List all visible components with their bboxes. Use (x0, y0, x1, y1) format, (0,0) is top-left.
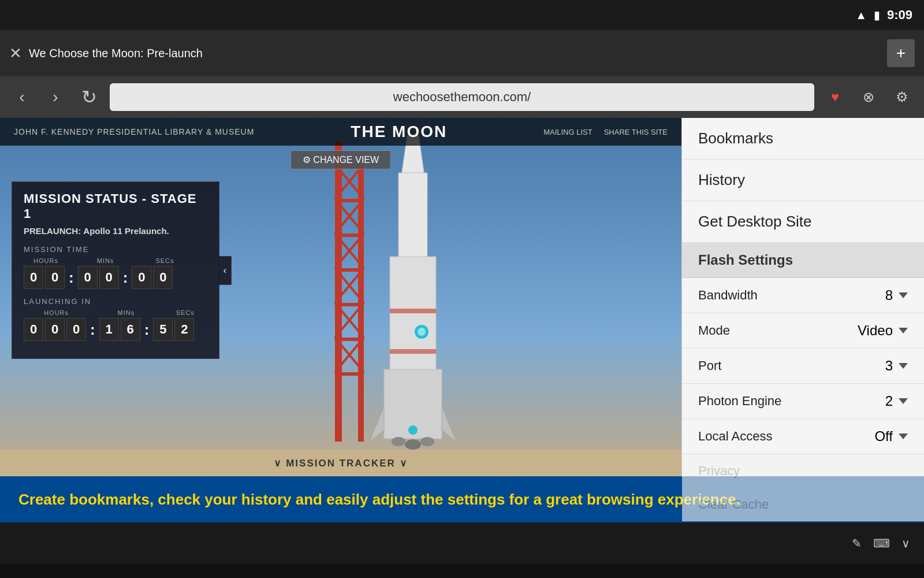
flash-settings-header: Flash Settings (682, 243, 924, 278)
site-nav-share[interactable]: SHARE THIS SITE (604, 128, 668, 136)
status-icons: ▲ ▮ 9:09 (855, 8, 912, 23)
svg-rect-31 (390, 349, 436, 354)
launch-h1: 0 (24, 318, 43, 341)
launch-h2: 0 (45, 318, 65, 341)
local-access-value: Off (874, 428, 893, 444)
photon-engine-value: 2 (885, 393, 893, 409)
history-menu-item[interactable]: History (682, 160, 924, 201)
android-nav-bar: ← ⌂ ▭ (0, 564, 924, 578)
prelaunch-text: Apollo 11 Prelaunch. (83, 226, 169, 236)
forward-button[interactable]: › (43, 84, 68, 110)
svg-point-26 (405, 439, 421, 450)
mission-mins-group: 0 0 (78, 266, 119, 289)
system-nav-bar: ✎ ⌨ ∨ (0, 523, 924, 564)
photon-engine-value-container[interactable]: 2 (885, 393, 908, 409)
launch-m1: 1 (99, 318, 119, 341)
bookmark-heart-button[interactable]: ♥ (822, 84, 848, 110)
svg-point-33 (418, 328, 426, 336)
stylus-icon[interactable]: ✎ (852, 536, 862, 550)
status-time: 9:09 (887, 8, 912, 23)
tab-title: We Choose the Moon: Pre-launch (29, 47, 203, 60)
launching-label: LAUNCHING IN (24, 297, 207, 306)
mode-dropdown-arrow (899, 328, 908, 334)
android-home-button[interactable]: ⌂ (458, 576, 468, 578)
mission-hour-d2: 0 (45, 266, 65, 289)
keyboard-icon[interactable]: ⌨ (873, 536, 890, 550)
port-value: 3 (885, 358, 893, 374)
launch-mins-sub-label: MINs (104, 309, 148, 316)
site-topnav: JOHN F. KENNEDY PRESIDENTIAL LIBRARY & M… (0, 118, 681, 146)
mission-sec-d1: 0 (132, 266, 151, 289)
svg-rect-7 (335, 338, 364, 341)
site-nav-title: THE MOON (351, 123, 447, 141)
launch-s2: 2 (174, 318, 194, 341)
time-colon-2: : (121, 269, 130, 287)
svg-marker-28 (370, 407, 384, 442)
clear-cache-menu-item[interactable]: Clear Cache (682, 488, 924, 521)
url-input[interactable] (110, 83, 814, 111)
local-access-value-container[interactable]: Off (874, 428, 908, 444)
back-button[interactable]: ‹ (9, 84, 35, 110)
port-setting-row: Port 3 (682, 349, 924, 384)
launch-colon-1: : (88, 321, 97, 339)
svg-point-27 (420, 437, 434, 446)
launch-secs-sub-label: SECs (163, 309, 207, 316)
hours-sub-label: HOURs (24, 257, 68, 264)
android-back-button[interactable]: ← (147, 576, 163, 578)
mission-prelaunch: PRELAUNCH: Apollo 11 Prelaunch. (24, 226, 207, 236)
mode-value-container[interactable]: Video (858, 323, 908, 339)
svg-rect-3 (335, 199, 364, 202)
local-access-dropdown-arrow (899, 433, 908, 439)
launch-hours-group: 0 0 0 (24, 318, 86, 341)
main-area: JOHN F. KENNEDY PRESIDENTIAL LIBRARY & M… (0, 118, 924, 476)
bandwidth-dropdown-arrow (899, 292, 908, 298)
mission-secs-group: 0 0 (132, 266, 173, 289)
svg-rect-23 (390, 257, 436, 372)
wifi-icon: ▲ (855, 9, 867, 22)
privacy-menu-item[interactable]: Privacy (682, 454, 924, 488)
mission-tracker-bar[interactable]: ∨ MISSION TRACKER ∨ (0, 450, 681, 476)
new-tab-button[interactable]: + (887, 39, 915, 67)
mission-min-d2: 0 (99, 266, 119, 289)
mission-sec-d2: 0 (153, 266, 173, 289)
get-desktop-site-menu-item[interactable]: Get Desktop Site (682, 201, 924, 243)
svg-rect-5 (335, 268, 364, 272)
stop-button[interactable]: ⊗ (856, 84, 881, 110)
change-view-button[interactable]: ⚙ CHANGE VIEW (290, 150, 391, 169)
url-bar-row: ‹ › ↻ ♥ ⊗ ⚙ (0, 76, 924, 118)
mode-label: Mode (698, 323, 730, 338)
local-access-label: Local Access (698, 429, 772, 444)
svg-point-34 (408, 425, 418, 435)
refresh-button[interactable]: ↻ (76, 84, 102, 110)
port-value-container[interactable]: 3 (885, 358, 908, 374)
settings-button[interactable]: ⚙ (889, 84, 915, 110)
bookmarks-menu-item[interactable]: Bookmarks (682, 118, 924, 160)
bandwidth-label: Bandwidth (698, 288, 758, 303)
mission-hour-d1: 0 (24, 266, 43, 289)
local-access-setting-row: Local Access Off (682, 419, 924, 454)
browser-tab-bar: ✕ We Choose the Moon: Pre-launch + (0, 30, 924, 76)
mission-hours-group: 0 0 (24, 266, 65, 289)
tab-close-icon[interactable]: ✕ (9, 45, 22, 62)
panel-collapse-button[interactable]: ‹ (219, 256, 232, 285)
site-nav-right: MAILING LIST SHARE THIS SITE (543, 128, 668, 136)
mission-time-row: 0 0 : 0 0 : 0 0 (24, 266, 207, 289)
svg-rect-4 (335, 234, 364, 237)
chevron-down-icon[interactable]: ∨ (901, 536, 910, 550)
launch-s1: 5 (153, 318, 173, 341)
launch-hours-sub-label: HOURs (24, 309, 89, 316)
prelaunch-label: PRELAUNCH: (24, 226, 81, 236)
bandwidth-value-container[interactable]: 8 (885, 287, 908, 303)
site-nav-left: JOHN F. KENNEDY PRESIDENTIAL LIBRARY & M… (14, 127, 254, 136)
mission-panel: MISSION STATUS - STAGE 1 PRELAUNCH: Apol… (12, 181, 219, 359)
photon-engine-dropdown-arrow (899, 398, 908, 404)
right-dropdown-panel: Bookmarks History Get Desktop Site Flash… (681, 118, 924, 476)
mission-min-d1: 0 (78, 266, 98, 289)
svg-rect-30 (390, 309, 436, 313)
mission-tracker-text: ∨ MISSION TRACKER ∨ (274, 457, 407, 469)
svg-point-25 (392, 437, 405, 446)
android-recents-button[interactable]: ▭ (762, 576, 777, 579)
site-nav-mailing-list[interactable]: MAILING LIST (543, 128, 593, 136)
svg-marker-29 (442, 407, 456, 442)
launch-secs-group: 5 2 (153, 318, 194, 341)
